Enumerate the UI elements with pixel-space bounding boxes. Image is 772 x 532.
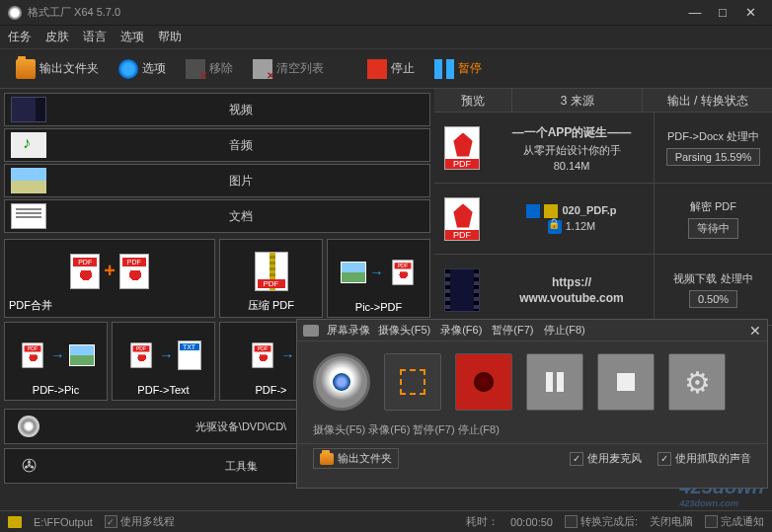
file-badges: 020_PDF.p xyxy=(526,204,616,218)
folder-icon xyxy=(16,59,36,79)
rec-close-button[interactable]: ✕ xyxy=(749,323,761,339)
clear-list-button[interactable]: 清空列表 xyxy=(245,55,332,83)
remove-label: 移除 xyxy=(209,60,233,77)
remove-button[interactable]: 移除 xyxy=(178,55,241,83)
pic-icon xyxy=(341,262,366,283)
pause-button[interactable]: 暂停 xyxy=(426,55,490,83)
elapsed-time: 00:00:50 xyxy=(510,516,553,528)
category-document[interactable]: 文档 xyxy=(4,199,430,233)
rec-output-folder-button[interactable]: 输出文件夹 xyxy=(313,448,399,469)
zip-pdf-icon xyxy=(255,252,288,291)
source-thumb: PDF xyxy=(434,184,490,254)
source-row-3[interactable]: https:// www.voutube.com 视频下载 处理中 0.50% xyxy=(434,255,772,326)
source-title: —一个APP的诞生—— xyxy=(512,124,632,141)
right-header: 预览 3 来源 输出 / 转换状态 xyxy=(434,89,772,113)
rec-crop-button[interactable] xyxy=(384,353,441,411)
rec-hint-cam: 摄像头(F5) xyxy=(378,323,430,338)
pause-icon xyxy=(434,59,454,79)
tile-pdf-to-pic[interactable]: → PDF->Pic xyxy=(4,322,108,401)
output-path[interactable]: E:\FFOutput xyxy=(34,516,93,528)
disc-icon xyxy=(11,414,46,439)
menu-skin[interactable]: 皮肤 xyxy=(45,29,69,45)
after-done-checkbox[interactable]: 转换完成后: xyxy=(565,514,638,529)
pdf-icon xyxy=(252,342,272,367)
folder-icon xyxy=(544,204,558,218)
header-source[interactable]: 3 来源 xyxy=(512,89,643,112)
rec-record-button[interactable] xyxy=(455,353,512,411)
app-logo-icon xyxy=(8,6,22,20)
stop-button[interactable]: 停止 xyxy=(359,55,423,83)
status-progress: 0.50% xyxy=(689,290,737,308)
rec-shortcuts-hint: 摄像头(F5) 录像(F6) 暂停(F7) 停止(F8) xyxy=(297,422,767,443)
status-waiting: 等待中 xyxy=(688,218,738,239)
category-video[interactable]: 视频 xyxy=(4,93,430,126)
options-icon xyxy=(118,59,138,79)
menu-options[interactable]: 选项 xyxy=(120,29,144,45)
source-row-2[interactable]: PDF 020_PDF.p 1.12M 解密 PDF 等待中 xyxy=(434,184,772,255)
source-size: 1.12M xyxy=(566,220,596,234)
tile-compress-pdf[interactable]: 压缩 PDF xyxy=(219,239,323,318)
pause-label: 暂停 xyxy=(458,60,482,77)
menu-help[interactable]: 帮助 xyxy=(158,29,182,45)
menu-task[interactable]: 任务 xyxy=(8,29,32,45)
source-info: 020_PDF.p 1.12M xyxy=(490,184,654,254)
video-file-icon xyxy=(444,268,480,312)
rec-output-label: 输出文件夹 xyxy=(338,451,392,466)
titlebar: 格式工厂 X64 5.7.0 — □ ✕ xyxy=(0,0,772,26)
rec-settings-button[interactable]: ⚙ xyxy=(668,353,726,411)
arrow-icon: → xyxy=(370,265,384,280)
stop-icon xyxy=(617,373,635,391)
source-subtitle: 从零开始设计你的手 xyxy=(523,143,621,158)
close-button[interactable]: ✕ xyxy=(736,5,764,20)
rec-hint-stop: 停止(F8) xyxy=(544,323,585,338)
header-preview[interactable]: 预览 xyxy=(434,89,512,112)
source-status: 解密 PDF 等待中 xyxy=(654,184,772,254)
source-subtitle: www.voutube.com xyxy=(519,291,624,305)
arrow-icon: → xyxy=(51,347,65,363)
tile-pic-to-pdf[interactable]: → Pic->PDF xyxy=(327,239,430,318)
use-mic-label: 使用麦克风 xyxy=(587,451,642,466)
rec-hint-rec: 录像(F6) xyxy=(440,323,482,338)
source-thumb: PDF xyxy=(434,113,490,183)
shutdown-option[interactable]: 关闭电脑 xyxy=(650,514,693,529)
rec-camera-button[interactable] xyxy=(313,353,370,411)
header-status[interactable]: 输出 / 转换状态 xyxy=(643,89,772,112)
pdf-icon xyxy=(70,254,100,289)
category-audio[interactable]: 音频 xyxy=(4,128,430,162)
options-label: 选项 xyxy=(142,60,166,77)
notify-checkbox[interactable]: 完成通知 xyxy=(705,514,764,529)
category-image-label: 图片 xyxy=(52,173,429,190)
rec-use-grab-audio-checkbox[interactable]: 使用抓取的声音 xyxy=(657,451,751,466)
category-image[interactable]: 图片 xyxy=(4,164,430,197)
after-done-label: 转换完成后: xyxy=(580,514,638,529)
clear-icon xyxy=(253,59,272,79)
output-folder-button[interactable]: 输出文件夹 xyxy=(8,55,107,83)
rec-title-text: 屏幕录像 xyxy=(327,323,370,338)
category-video-label: 视频 xyxy=(52,102,429,118)
tile-label: 压缩 PDF xyxy=(248,298,294,313)
stop-label: 停止 xyxy=(391,60,415,77)
statusbar: E:\FFOutput 使用多线程 耗时： 00:00:50 转换完成后: 关闭… xyxy=(0,510,772,532)
tile-label: PDF->Text xyxy=(137,384,189,396)
source-status: 视频下载 处理中 0.50% xyxy=(654,255,772,325)
screen-recording-panel: 屏幕录像 摄像头(F5) 录像(F6) 暂停(F7) 停止(F8) ✕ ⚙ 摄像… xyxy=(296,319,768,489)
options-button[interactable]: 选项 xyxy=(111,55,174,83)
menu-bar: 任务 皮肤 语言 选项 帮助 xyxy=(0,26,772,49)
multithread-checkbox[interactable]: 使用多线程 xyxy=(105,514,175,529)
minimize-button[interactable]: — xyxy=(681,5,709,20)
menu-language[interactable]: 语言 xyxy=(83,29,107,45)
tile-pdf-to-text[interactable]: → PDF->Text xyxy=(112,322,215,401)
lock-icon xyxy=(548,220,562,234)
rec-titlebar: 屏幕录像 摄像头(F5) 录像(F6) 暂停(F7) 停止(F8) ✕ xyxy=(297,320,767,342)
rec-pause-button[interactable] xyxy=(526,353,583,411)
source-row-1[interactable]: PDF —一个APP的诞生—— 从零开始设计你的手 80.14M PDF->Do… xyxy=(434,113,772,184)
pdf-icon xyxy=(130,342,151,367)
image-icon xyxy=(11,168,46,193)
source-info: https:// www.voutube.com xyxy=(490,255,654,325)
tile-label: Pic->PDF xyxy=(355,301,402,313)
rec-use-mic-checkbox[interactable]: 使用麦克风 xyxy=(570,451,642,466)
rec-stop-button[interactable] xyxy=(597,353,655,411)
webcam-icon xyxy=(313,353,370,411)
tile-pdf-merge[interactable]: + PDF合并 xyxy=(4,239,215,318)
maximize-button[interactable]: □ xyxy=(709,5,736,20)
